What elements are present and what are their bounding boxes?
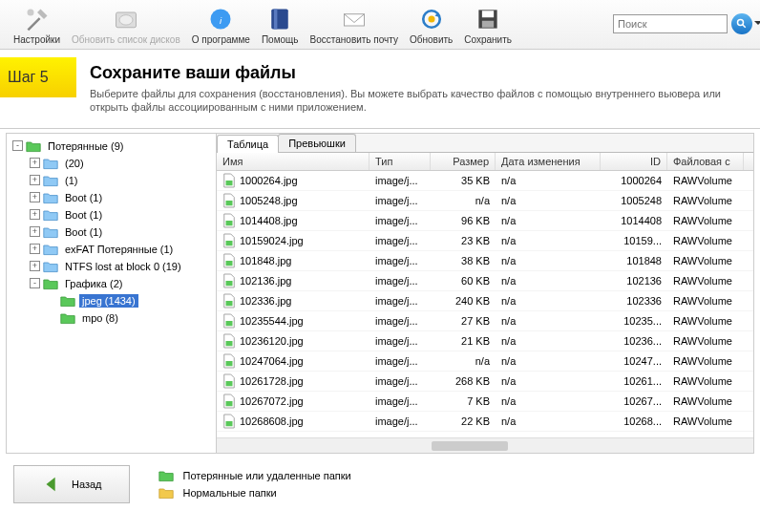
expand-toggle[interactable]: -	[30, 278, 40, 288]
tree-item[interactable]: +Boot (1)	[9, 189, 214, 206]
cell-name: 10267072.jpg	[217, 392, 369, 411]
col-id[interactable]: ID	[601, 153, 667, 170]
cell-id: 1014408	[601, 213, 667, 228]
back-button[interactable]: Назад	[13, 465, 130, 503]
expand-toggle[interactable]: +	[30, 226, 40, 237]
cell-size: 240 KB	[431, 293, 496, 309]
cell-size: 7 KB	[431, 394, 496, 409]
cell-date: n/a	[496, 414, 601, 429]
file-row[interactable]: 10235544.jpgimage/j...27 KBn/a10235...RA…	[217, 311, 753, 331]
expand-toggle[interactable]: +	[30, 209, 40, 220]
file-grid[interactable]: 1000264.jpgimage/j...35 KBn/a1000264RAWV…	[217, 171, 753, 437]
tree-item[interactable]: jpeg (1434)	[9, 292, 214, 309]
svg-rect-25	[226, 381, 233, 386]
cell-date: n/a	[496, 373, 601, 389]
restore-mail-button[interactable]: Восстановить почту	[305, 4, 404, 47]
back-label: Назад	[72, 479, 102, 490]
tree-item[interactable]: +(1)	[9, 172, 214, 189]
tree-item[interactable]: +NTFS lost at block 0 (19)	[9, 258, 214, 275]
refresh-icon	[418, 6, 445, 32]
folder-tree[interactable]: -Потерянные (9)+(20)+(1)+Boot (1)+Boot (…	[7, 134, 217, 453]
tree-item[interactable]: -Потерянные (9)	[9, 138, 214, 155]
search-input[interactable]	[613, 14, 728, 33]
col-date[interactable]: Дата изменения	[496, 153, 601, 170]
cell-name: 101848.jpg	[217, 251, 369, 270]
expand-toggle[interactable]: +	[30, 175, 40, 185]
expand-toggle[interactable]: +	[30, 244, 40, 254]
file-row[interactable]: 1005248.jpgimage/j...n/an/a1005248RAWVol…	[217, 191, 753, 211]
file-icon	[222, 273, 236, 288]
col-size[interactable]: Размер	[431, 153, 496, 170]
about-button[interactable]: i О программе	[186, 4, 256, 47]
settings-icon	[24, 6, 51, 32]
step-bar: Шаг 5 Сохраните ваши файлы Выберите файл…	[0, 50, 760, 129]
book-icon	[266, 6, 293, 32]
folder-icon	[60, 311, 75, 325]
cell-date: n/a	[496, 173, 601, 188]
search-button[interactable]	[731, 13, 752, 34]
help-button[interactable]: Помощь	[256, 4, 305, 47]
svg-rect-23	[226, 341, 233, 346]
legend: Потерянные или удаленные папки Нормальны…	[158, 469, 351, 500]
tree-item[interactable]: +Boot (1)	[9, 206, 214, 223]
tree-item[interactable]: +(20)	[9, 155, 214, 172]
cell-fs: RAWVolume	[667, 414, 744, 429]
tree-item[interactable]: +exFAT Потерянные (1)	[9, 241, 214, 258]
col-type[interactable]: Тип	[369, 153, 431, 170]
cell-date: n/a	[496, 233, 601, 248]
refresh-disks-button[interactable]: Обновить список дисков	[66, 4, 186, 47]
restore-mail-label: Восстановить почту	[310, 34, 398, 45]
tree-item[interactable]: +Boot (1)	[9, 223, 214, 241]
col-name[interactable]: Имя	[217, 153, 369, 170]
file-icon	[222, 373, 236, 389]
svg-rect-20	[226, 281, 233, 286]
col-fs[interactable]: Файловая с	[667, 153, 744, 170]
cell-id: 10159...	[601, 233, 667, 248]
file-icon	[222, 173, 236, 188]
mail-icon	[341, 6, 368, 32]
step-title: Сохраните ваши файлы	[90, 63, 747, 83]
cell-id: 1005248	[601, 193, 667, 208]
expand-toggle[interactable]: +	[30, 158, 40, 168]
file-row[interactable]: 10261728.jpgimage/j...268 KBn/a10261...R…	[217, 372, 753, 392]
settings-button[interactable]: Настройки	[8, 4, 66, 47]
refresh-button[interactable]: Обновить	[404, 4, 458, 47]
tree-item-label: (1)	[62, 174, 80, 187]
file-icon	[222, 233, 236, 248]
folder-icon	[43, 191, 58, 204]
lost-folder-icon	[158, 469, 174, 482]
file-row[interactable]: 10247064.jpgimage/j...n/an/a10247...RAWV…	[217, 351, 753, 372]
file-icon	[222, 414, 236, 429]
tab-thumbnails[interactable]: Превьюшки	[278, 134, 356, 152]
cell-type: image/j...	[369, 353, 431, 369]
cell-id: 10235...	[601, 313, 667, 329]
tab-table[interactable]: Таблица	[217, 135, 279, 153]
cell-name: 10261728.jpg	[217, 372, 369, 391]
tree-item[interactable]: -Графика (2)	[9, 275, 214, 292]
horizontal-scrollbar[interactable]	[217, 437, 753, 453]
file-row[interactable]: 10267072.jpgimage/j...7 KBn/a10267...RAW…	[217, 392, 753, 412]
svg-point-13	[738, 20, 744, 26]
cell-id: 10268...	[601, 414, 667, 429]
file-row[interactable]: 10268608.jpgimage/j...22 KBn/a10268...RA…	[217, 412, 753, 432]
expand-toggle[interactable]: +	[30, 261, 40, 271]
tree-item[interactable]: mpo (8)	[9, 309, 214, 327]
file-icon	[222, 193, 236, 208]
cell-date: n/a	[496, 333, 601, 349]
expand-toggle[interactable]: +	[30, 192, 40, 202]
file-row[interactable]: 1000264.jpgimage/j...35 KBn/a1000264RAWV…	[217, 171, 753, 191]
file-row[interactable]: 102336.jpgimage/j...240 KBn/a102336RAWVo…	[217, 291, 753, 311]
file-row[interactable]: 10159024.jpgimage/j...23 KBn/a10159...RA…	[217, 231, 753, 251]
cell-date: n/a	[496, 253, 601, 268]
file-row[interactable]: 10236120.jpgimage/j...21 KBn/a10236...RA…	[217, 331, 753, 351]
save-button[interactable]: Сохранить	[458, 4, 517, 47]
file-row[interactable]: 1014408.jpgimage/j...96 KBn/a1014408RAWV…	[217, 211, 753, 231]
cell-name: 10247064.jpg	[217, 351, 369, 371]
file-row[interactable]: 101848.jpgimage/j...38 KBn/a101848RAWVol…	[217, 251, 753, 271]
folder-icon	[43, 243, 58, 256]
refresh-label: Обновить	[410, 34, 453, 45]
expand-toggle[interactable]: -	[12, 140, 23, 151]
tabs: Таблица Превьюшки	[217, 134, 753, 153]
tree-item-label: Boot (1)	[62, 191, 105, 204]
file-row[interactable]: 102136.jpgimage/j...60 KBn/a102136RAWVol…	[217, 271, 753, 291]
